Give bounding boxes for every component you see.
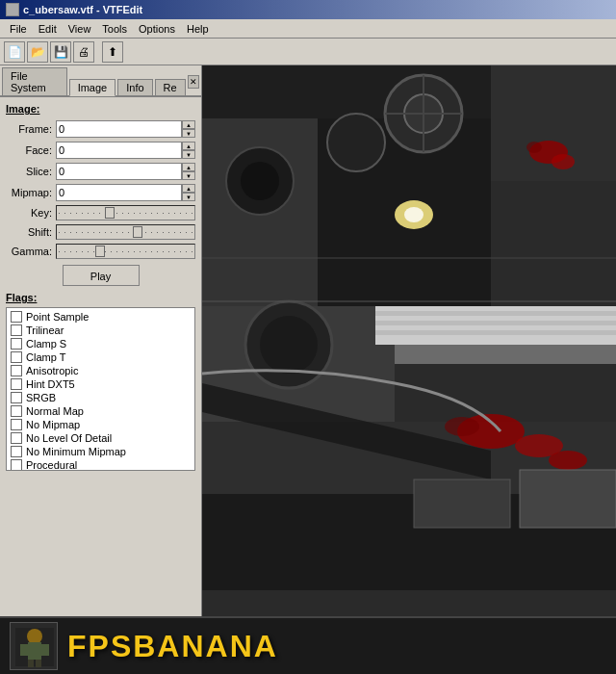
menu-options[interactable]: Options (133, 21, 181, 37)
mipmap-spin-up[interactable]: ▲ (182, 184, 195, 193)
flag-label-7: Normal Map (26, 405, 84, 417)
key-label: Key: (6, 207, 52, 219)
title-bar: c_ubersaw.vtf - VTFEdit (0, 0, 616, 19)
frame-input-wrap: ▲ ▼ (56, 120, 195, 138)
saveas-button[interactable]: 🖨 (73, 41, 94, 63)
left-panel: File System Image Info Re ✕ Image: Frame… (0, 65, 202, 616)
key-slider-thumb[interactable] (105, 207, 115, 219)
svg-point-23 (404, 207, 424, 222)
flag-label-3: Clamp T (26, 351, 65, 363)
tab-close-button[interactable]: ✕ (188, 75, 199, 89)
tabs-row: File System Image Info Re ✕ (0, 65, 201, 97)
banner-logo-image (10, 622, 58, 670)
gamma-label: Gamma: (6, 246, 52, 257)
main-content: File System Image Info Re ✕ Image: Frame… (0, 65, 616, 616)
mipmap-spin-down[interactable]: ▼ (182, 193, 195, 201)
panel-content: Image: Frame: ▲ ▼ Face: ▲ (0, 97, 201, 616)
mipmap-row: Mipmap: ▲ ▼ (6, 184, 195, 201)
flag-item: No Minimum Mipmap (9, 445, 192, 458)
key-slider-track[interactable] (56, 205, 195, 220)
flag-item: SRGB (9, 391, 192, 404)
shift-label: Shift: (6, 226, 52, 238)
svg-rect-31 (414, 480, 510, 528)
flag-item: Anisotropic (9, 364, 192, 377)
flag-item: Trilinear (9, 324, 192, 337)
tab-info[interactable]: Info (117, 79, 152, 95)
menu-view[interactable]: View (63, 21, 97, 37)
face-input-wrap: ▲ ▼ (56, 142, 195, 159)
frame-spin-down[interactable]: ▼ (182, 129, 195, 138)
mipmap-input[interactable] (56, 184, 182, 201)
bottom-banner: FPSBANANA (0, 616, 616, 674)
flag-item: Point Sample (9, 310, 192, 324)
flag-checkbox-1[interactable] (11, 324, 22, 336)
new-button[interactable]: 📄 (4, 41, 25, 63)
svg-rect-19 (375, 311, 616, 316)
import-button[interactable]: ⬆ (102, 41, 123, 63)
frame-input[interactable] (56, 120, 182, 138)
flag-label-10: No Minimum Mipmap (26, 446, 126, 457)
slice-row: Slice: ▲ ▼ (6, 163, 195, 180)
svg-point-25 (552, 154, 575, 169)
flag-label-11: Procedural (26, 459, 77, 471)
menu-help[interactable]: Help (181, 21, 215, 37)
face-spin-up[interactable]: ▲ (182, 142, 195, 150)
flag-label-8: No Mipmap (26, 419, 80, 430)
face-spin-down[interactable]: ▼ (182, 150, 195, 159)
mipmap-spin: ▲ ▼ (182, 184, 195, 201)
key-row: Key: (6, 205, 195, 220)
slice-input-wrap: ▲ ▼ (56, 163, 195, 180)
flag-checkbox-3[interactable] (11, 351, 22, 363)
gamma-slider-dots (59, 251, 192, 252)
svg-point-13 (260, 316, 318, 374)
open-button[interactable]: 📂 (27, 41, 48, 63)
svg-rect-32 (520, 470, 616, 528)
svg-rect-41 (28, 660, 34, 667)
flag-label-9: No Level Of Detail (26, 432, 112, 444)
flag-checkbox-6[interactable] (11, 392, 22, 403)
flag-checkbox-5[interactable] (11, 378, 22, 390)
flag-checkbox-4[interactable] (11, 365, 22, 376)
menu-file[interactable]: File (4, 21, 33, 37)
face-input[interactable] (56, 142, 182, 159)
flag-item: Procedural (9, 458, 192, 471)
gamma-row: Gamma: (6, 244, 195, 259)
gamma-slider-track[interactable] (56, 244, 195, 259)
shift-slider-track[interactable] (56, 224, 195, 240)
image-area (202, 65, 616, 616)
tab-image[interactable]: Image (69, 79, 116, 96)
flag-checkbox-8[interactable] (11, 419, 22, 430)
slice-label: Slice: (6, 166, 52, 177)
menu-edit[interactable]: Edit (33, 21, 63, 37)
flag-label-5: Hint DXT5 (26, 378, 75, 390)
slice-input[interactable] (56, 163, 182, 180)
play-button[interactable]: Play (63, 265, 140, 286)
svg-point-30 (549, 451, 587, 470)
slice-spin-down[interactable]: ▼ (182, 171, 195, 180)
tab-re[interactable]: Re (155, 79, 186, 95)
flag-checkbox-11[interactable] (11, 459, 22, 471)
shift-slider-thumb[interactable] (133, 226, 142, 238)
frame-spin-up[interactable]: ▲ (182, 120, 195, 129)
mipmap-input-wrap: ▲ ▼ (56, 184, 195, 201)
slice-spin-up[interactable]: ▲ (182, 163, 195, 171)
flag-checkbox-10[interactable] (11, 446, 22, 457)
flag-label-0: Point Sample (26, 311, 89, 323)
flag-item: Hint DXT5 (9, 377, 192, 391)
gamma-slider-thumb[interactable] (95, 246, 105, 257)
svg-point-29 (445, 417, 479, 436)
menu-tools[interactable]: Tools (96, 21, 133, 37)
face-label: Face: (6, 144, 52, 156)
flag-checkbox-7[interactable] (11, 405, 22, 417)
svg-point-37 (27, 629, 42, 644)
flag-checkbox-9[interactable] (11, 432, 22, 444)
tab-filesystem[interactable]: File System (2, 67, 67, 95)
save-button[interactable]: 💾 (50, 41, 71, 63)
flag-checkbox-0[interactable] (11, 311, 22, 323)
banner-text: FPSBANANA (67, 629, 278, 664)
flag-item: Clamp S (9, 337, 192, 350)
mipmap-label: Mipmap: (6, 187, 52, 198)
svg-rect-39 (20, 644, 28, 656)
flag-checkbox-2[interactable] (11, 338, 22, 350)
flag-item: Clamp T (9, 350, 192, 364)
